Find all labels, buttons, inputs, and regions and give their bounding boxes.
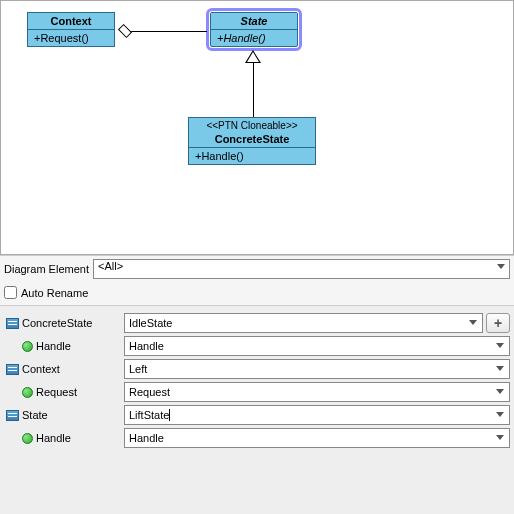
diamond-icon [118,24,132,38]
uml-operation: +Handle() [211,30,297,46]
property-value: Handle [129,432,164,444]
auto-rename-checkbox[interactable] [4,286,17,299]
chevron-down-icon [496,389,504,394]
chevron-down-icon [496,435,504,440]
property-row: HandleHandle [4,335,510,357]
class-icon [6,318,19,329]
chevron-down-icon [497,264,505,269]
property-label-text: Handle [36,432,71,444]
diagram-element-label: Diagram Element [4,263,89,275]
chevron-down-icon [496,343,504,348]
uml-operation: +Request() [28,30,114,46]
add-button[interactable]: + [486,313,510,333]
property-label-text: ConcreteState [22,317,92,329]
property-value: Request [129,386,170,398]
property-field[interactable]: Handle [124,336,510,356]
uml-stereotype: <<PTN Cloneable>> [189,118,315,131]
class-icon [6,364,19,375]
property-value: Handle [129,340,164,352]
property-label: Handle [4,340,124,352]
auto-rename-label: Auto Rename [21,287,88,299]
property-label: ConcreteState [4,317,124,329]
chevron-down-icon [496,366,504,371]
uml-title: State [211,13,297,30]
property-label-text: Context [22,363,60,375]
property-value: IdleState [129,317,172,329]
property-label: Handle [4,432,124,444]
diagram-element-filter-row: Diagram Element <All> [0,255,514,282]
property-label-text: State [22,409,48,421]
uml-operation: +Handle() [189,148,315,164]
uml-class-concrete[interactable]: <<PTN Cloneable>> ConcreteState +Handle(… [188,117,316,165]
property-value: LiftState [129,409,169,421]
property-label-text: Handle [36,340,71,352]
property-row: RequestRequest [4,381,510,403]
properties-panel: ConcreteStateIdleState+HandleHandleConte… [0,306,514,514]
triangle-icon-inner [247,52,259,62]
property-field[interactable]: IdleState [124,313,483,333]
auto-rename-row: Auto Rename [0,282,514,306]
chevron-down-icon [469,320,477,325]
connector-aggregation [129,31,207,32]
chevron-down-icon [496,412,504,417]
property-label-text: Request [36,386,77,398]
property-label: Request [4,386,124,398]
uml-title: ConcreteState [189,131,315,148]
connector-generalization [253,63,254,117]
property-row: ConcreteStateIdleState+ [4,312,510,334]
diagram-element-value: <All> [98,260,123,272]
property-row: HandleHandle [4,427,510,449]
property-row: ContextLeft [4,358,510,380]
property-field[interactable]: Request [124,382,510,402]
property-value: Left [129,363,147,375]
property-field[interactable]: LiftState [124,405,510,425]
class-icon [6,410,19,421]
property-field[interactable]: Left [124,359,510,379]
property-row: StateLiftState [4,404,510,426]
property-field[interactable]: Handle [124,428,510,448]
text-cursor [169,409,170,421]
uml-class-context[interactable]: Context +Request() [27,12,115,47]
uml-title: Context [28,13,114,30]
diagram-canvas[interactable]: Context +Request() State +Handle() <<PTN… [0,0,514,255]
method-icon [22,341,33,352]
method-icon [22,387,33,398]
property-label: State [4,409,124,421]
diagram-element-select[interactable]: <All> [93,259,510,279]
method-icon [22,433,33,444]
property-label: Context [4,363,124,375]
uml-class-state[interactable]: State +Handle() [210,12,298,47]
